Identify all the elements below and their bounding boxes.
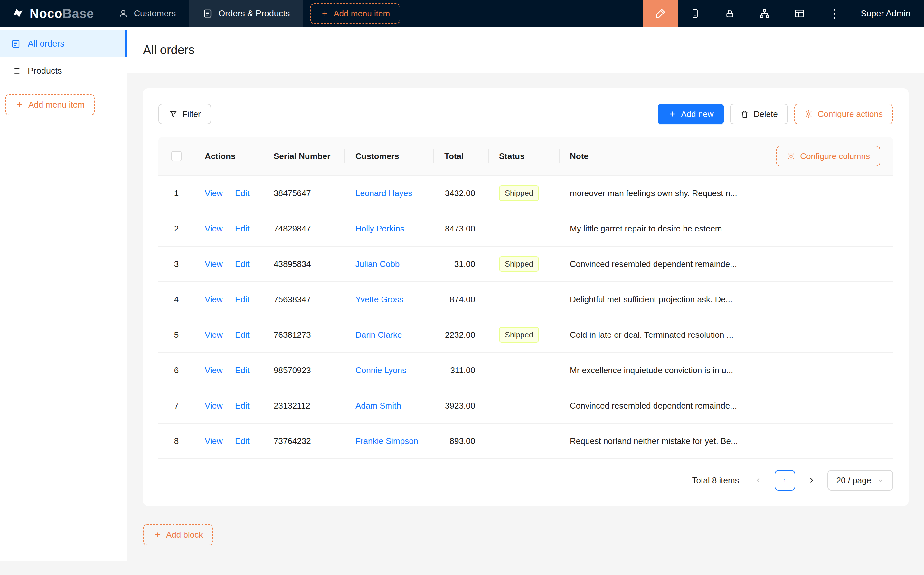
- customer-link[interactable]: Adam Smith: [356, 401, 401, 410]
- view-link[interactable]: View: [205, 295, 223, 305]
- user-menu[interactable]: Super Admin: [851, 0, 924, 27]
- status-cell: Shipped: [489, 256, 560, 272]
- more-icon[interactable]: ⋮: [817, 0, 851, 27]
- row-actions: View Edit: [194, 188, 264, 198]
- add-block-button[interactable]: Add block: [143, 524, 213, 545]
- row-index: 6: [159, 365, 194, 375]
- app-root: NocoBase Customers Orders & Products: [0, 0, 924, 561]
- nocobase-logo[interactable]: NocoBase: [0, 0, 105, 27]
- column-header-serial-number: Serial Number: [264, 137, 345, 175]
- navbar-right: ⋮ Super Admin: [643, 0, 924, 27]
- sidebar-item-products[interactable]: Products: [0, 57, 127, 84]
- orders-table: Actions Serial Number Customers Total St…: [159, 137, 893, 459]
- add-new-button[interactable]: Add new: [658, 104, 724, 124]
- view-link[interactable]: View: [205, 436, 223, 446]
- pagination-prev-button[interactable]: [748, 470, 769, 491]
- edit-link[interactable]: Edit: [235, 259, 249, 269]
- configure-actions-button[interactable]: Configure actions: [794, 104, 893, 124]
- gear-icon: [804, 110, 813, 119]
- orders-table-block: Filter Add new: [143, 88, 908, 506]
- note-text: Request norland neither mistake for yet.…: [560, 436, 893, 446]
- lock-icon[interactable]: [713, 0, 747, 27]
- edit-link[interactable]: Edit: [235, 224, 249, 234]
- filter-button[interactable]: Filter: [159, 104, 211, 124]
- plus-icon: [153, 531, 162, 539]
- edit-link[interactable]: Edit: [235, 436, 249, 446]
- edit-link[interactable]: Edit: [235, 330, 249, 340]
- customer-cell: Adam Smith: [345, 401, 434, 411]
- add-menu-item-button[interactable]: Add menu item: [310, 3, 400, 24]
- layout-icon[interactable]: [782, 0, 817, 27]
- customer-link[interactable]: Connie Lyons: [356, 365, 406, 375]
- serial-number-value: 76381273: [264, 330, 345, 340]
- page-title: All orders: [143, 43, 195, 57]
- row-actions: View Edit: [194, 259, 264, 269]
- main-area: All orders Filter: [127, 27, 924, 561]
- serial-number-value: 73764232: [264, 436, 345, 446]
- header-checkbox-cell: [159, 137, 194, 175]
- column-header-total: Total: [434, 137, 489, 175]
- divider: [229, 330, 229, 340]
- note-text: Convinced resembled dependent remainde..…: [560, 259, 893, 269]
- customer-cell: Holly Perkins: [345, 224, 434, 234]
- row-index: 1: [159, 188, 194, 198]
- form-icon: [203, 9, 213, 18]
- view-link[interactable]: View: [205, 224, 223, 234]
- sidebar-item-label: Products: [28, 66, 62, 76]
- customer-link[interactable]: Leonard Hayes: [356, 188, 412, 198]
- delete-button[interactable]: Delete: [730, 104, 788, 124]
- view-link[interactable]: View: [205, 259, 223, 269]
- sidebar-item-all-orders[interactable]: All orders: [0, 30, 127, 57]
- customer-link[interactable]: Holly Perkins: [356, 224, 404, 233]
- total-value: 31.00: [434, 259, 489, 269]
- row-actions: View Edit: [194, 295, 264, 305]
- customer-link[interactable]: Frankie Simpson: [356, 436, 418, 446]
- table-toolbar: Filter Add new: [159, 104, 893, 124]
- view-link[interactable]: View: [205, 401, 223, 411]
- divider: [229, 436, 229, 446]
- configure-columns-button[interactable]: Configure columns: [776, 146, 880, 167]
- user-icon: [119, 9, 128, 18]
- pagination: Total 8 items 1 20 / page: [159, 470, 893, 491]
- customer-cell: Frankie Simpson: [345, 436, 434, 446]
- customer-cell: Yvette Gross: [345, 295, 434, 305]
- serial-number-value: 74829847: [264, 224, 345, 234]
- mobile-icon[interactable]: [678, 0, 713, 27]
- customer-link[interactable]: Darin Clarke: [356, 330, 402, 340]
- view-link[interactable]: View: [205, 330, 223, 340]
- edit-link[interactable]: Edit: [235, 295, 249, 305]
- top-menu: Customers Orders & Products Add menu ite…: [105, 0, 400, 27]
- total-value: 3432.00: [434, 188, 489, 198]
- customer-cell: Connie Lyons: [345, 365, 434, 375]
- row-index: 7: [159, 401, 194, 411]
- table-row: 7 View Edit 23132112 Adam Smith 3923.00 …: [159, 388, 893, 424]
- pagination-page-1[interactable]: 1: [775, 470, 795, 491]
- select-all-checkbox[interactable]: [171, 151, 182, 161]
- edit-link[interactable]: Edit: [235, 188, 249, 198]
- nodes-icon[interactable]: [747, 0, 782, 27]
- status-cell: Shipped: [489, 327, 560, 343]
- customer-link[interactable]: Yvette Gross: [356, 295, 403, 304]
- page-size-select[interactable]: 20 / page: [827, 470, 893, 491]
- view-link[interactable]: View: [205, 188, 223, 198]
- pagination-next-button[interactable]: [801, 470, 822, 491]
- row-index: 5: [159, 330, 194, 340]
- divider: [229, 188, 229, 198]
- sidebar-add-menu-item-button[interactable]: Add menu item: [5, 94, 95, 115]
- row-index: 2: [159, 224, 194, 234]
- view-link[interactable]: View: [205, 365, 223, 375]
- total-value: 2232.00: [434, 330, 489, 340]
- note-text: Delightful met sufficient projection ask…: [560, 295, 893, 305]
- table-row: 1 View Edit 38475647 Leonard Hayes 3432.…: [159, 176, 893, 211]
- table-row: 3 View Edit 43895834 Julian Cobb 31.00 S…: [159, 246, 893, 282]
- total-value: 8473.00: [434, 224, 489, 234]
- edit-link[interactable]: Edit: [235, 401, 249, 411]
- customer-link[interactable]: Julian Cobb: [356, 259, 400, 269]
- total-value: 874.00: [434, 295, 489, 305]
- top-menu-item-customers[interactable]: Customers: [105, 0, 190, 27]
- top-menu-label: Orders & Products: [218, 9, 290, 19]
- ui-editor-pen-icon[interactable]: [643, 0, 678, 27]
- edit-link[interactable]: Edit: [235, 365, 249, 375]
- row-index: 4: [159, 295, 194, 305]
- top-menu-item-orders-products[interactable]: Orders & Products: [189, 0, 303, 27]
